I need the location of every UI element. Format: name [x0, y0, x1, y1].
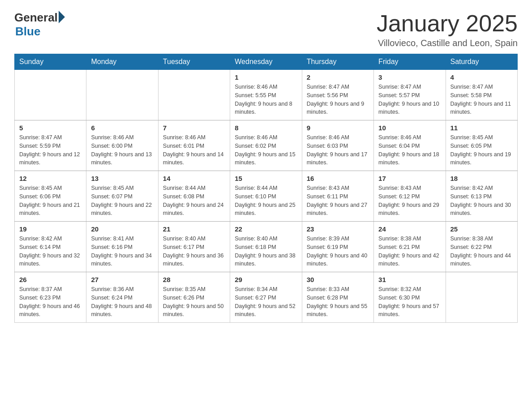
day-number: 17: [378, 175, 441, 182]
table-row: 6Sunrise: 8:46 AM Sunset: 6:00 PM Daylig…: [86, 120, 158, 171]
table-row: 12Sunrise: 8:45 AM Sunset: 6:06 PM Dayli…: [15, 171, 86, 222]
day-info: Sunrise: 8:45 AM Sunset: 6:06 PM Dayligh…: [19, 184, 82, 218]
day-info: Sunrise: 8:32 AM Sunset: 6:30 PM Dayligh…: [378, 285, 441, 319]
table-row: 11Sunrise: 8:45 AM Sunset: 6:05 PM Dayli…: [446, 120, 517, 171]
day-number: 8: [235, 124, 297, 132]
table-row: 18Sunrise: 8:42 AM Sunset: 6:13 PM Dayli…: [446, 171, 517, 222]
logo-general-text: General: [14, 11, 58, 25]
day-number: 13: [91, 175, 153, 182]
table-row: 1Sunrise: 8:46 AM Sunset: 5:55 PM Daylig…: [230, 70, 302, 120]
day-info: Sunrise: 8:42 AM Sunset: 6:14 PM Dayligh…: [19, 235, 82, 268]
table-row: 23Sunrise: 8:39 AM Sunset: 6:19 PM Dayli…: [302, 222, 373, 272]
day-number: 3: [378, 73, 441, 81]
day-number: 16: [307, 175, 369, 182]
day-number: 19: [19, 225, 82, 233]
day-info: Sunrise: 8:39 AM Sunset: 6:19 PM Dayligh…: [307, 235, 369, 268]
day-info: Sunrise: 8:38 AM Sunset: 6:22 PM Dayligh…: [450, 235, 513, 268]
table-row: 7Sunrise: 8:46 AM Sunset: 6:01 PM Daylig…: [158, 120, 230, 171]
table-row: 5Sunrise: 8:47 AM Sunset: 5:59 PM Daylig…: [15, 120, 86, 171]
day-info: Sunrise: 8:43 AM Sunset: 6:12 PM Dayligh…: [378, 184, 441, 218]
day-number: 28: [163, 276, 225, 283]
day-number: 18: [450, 175, 513, 182]
table-row: 4Sunrise: 8:47 AM Sunset: 5:58 PM Daylig…: [446, 70, 517, 120]
col-sunday: Sunday: [15, 54, 86, 70]
day-info: Sunrise: 8:36 AM Sunset: 6:24 PM Dayligh…: [91, 285, 153, 319]
day-number: 6: [91, 124, 153, 132]
col-tuesday: Tuesday: [158, 54, 230, 70]
day-info: Sunrise: 8:46 AM Sunset: 5:55 PM Dayligh…: [235, 83, 297, 116]
table-row: 26Sunrise: 8:37 AM Sunset: 6:23 PM Dayli…: [15, 272, 86, 323]
table-row: [15, 70, 86, 120]
table-row: 8Sunrise: 8:46 AM Sunset: 6:02 PM Daylig…: [230, 120, 302, 171]
day-info: Sunrise: 8:44 AM Sunset: 6:08 PM Dayligh…: [163, 184, 225, 218]
day-number: 2: [307, 73, 369, 81]
day-number: 30: [307, 276, 369, 283]
table-row: 30Sunrise: 8:33 AM Sunset: 6:28 PM Dayli…: [302, 272, 373, 323]
day-info: Sunrise: 8:47 AM Sunset: 5:57 PM Dayligh…: [378, 83, 441, 116]
day-number: 15: [235, 175, 297, 182]
table-row: 16Sunrise: 8:43 AM Sunset: 6:11 PM Dayli…: [302, 171, 373, 222]
day-info: Sunrise: 8:40 AM Sunset: 6:17 PM Dayligh…: [163, 235, 225, 268]
table-row: 25Sunrise: 8:38 AM Sunset: 6:22 PM Dayli…: [446, 222, 517, 272]
table-row: 22Sunrise: 8:40 AM Sunset: 6:18 PM Dayli…: [230, 222, 302, 272]
day-number: 11: [450, 124, 513, 132]
day-number: 26: [19, 276, 82, 283]
day-number: 29: [235, 276, 297, 283]
location-subtitle: Villovieco, Castille and Leon, Spain: [377, 38, 518, 48]
day-number: 1: [235, 73, 297, 81]
day-number: 25: [450, 225, 513, 233]
calendar-week-row: 5Sunrise: 8:47 AM Sunset: 5:59 PM Daylig…: [15, 120, 518, 171]
day-number: 9: [307, 124, 369, 132]
day-number: 22: [235, 225, 297, 233]
table-row: [158, 70, 230, 120]
table-row: 31Sunrise: 8:32 AM Sunset: 6:30 PM Dayli…: [374, 272, 446, 323]
table-row: 21Sunrise: 8:40 AM Sunset: 6:17 PM Dayli…: [158, 222, 230, 272]
calendar-week-row: 12Sunrise: 8:45 AM Sunset: 6:06 PM Dayli…: [15, 171, 518, 222]
table-row: 2Sunrise: 8:47 AM Sunset: 5:56 PM Daylig…: [302, 70, 373, 120]
table-row: 14Sunrise: 8:44 AM Sunset: 6:08 PM Dayli…: [158, 171, 230, 222]
day-number: 4: [450, 73, 513, 81]
logo-blue-text: Blue: [15, 25, 40, 39]
day-number: 14: [163, 175, 225, 182]
col-friday: Friday: [374, 54, 446, 70]
day-info: Sunrise: 8:40 AM Sunset: 6:18 PM Dayligh…: [235, 235, 297, 268]
day-info: Sunrise: 8:46 AM Sunset: 6:04 PM Dayligh…: [378, 133, 441, 167]
table-row: 10Sunrise: 8:46 AM Sunset: 6:04 PM Dayli…: [374, 120, 446, 171]
table-row: [446, 272, 517, 323]
table-row: 29Sunrise: 8:34 AM Sunset: 6:27 PM Dayli…: [230, 272, 302, 323]
day-info: Sunrise: 8:47 AM Sunset: 5:58 PM Dayligh…: [450, 83, 513, 116]
logo-triangle-icon: [59, 11, 65, 23]
day-info: Sunrise: 8:34 AM Sunset: 6:27 PM Dayligh…: [235, 285, 297, 319]
day-info: Sunrise: 8:47 AM Sunset: 5:56 PM Dayligh…: [307, 83, 369, 116]
calendar-header-row: Sunday Monday Tuesday Wednesday Thursday…: [15, 54, 518, 70]
day-info: Sunrise: 8:43 AM Sunset: 6:11 PM Dayligh…: [307, 184, 369, 218]
day-number: 12: [19, 175, 82, 182]
day-info: Sunrise: 8:41 AM Sunset: 6:16 PM Dayligh…: [91, 235, 153, 268]
table-row: 3Sunrise: 8:47 AM Sunset: 5:57 PM Daylig…: [374, 70, 446, 120]
day-info: Sunrise: 8:44 AM Sunset: 6:10 PM Dayligh…: [235, 184, 297, 218]
col-monday: Monday: [86, 54, 158, 70]
day-info: Sunrise: 8:46 AM Sunset: 6:03 PM Dayligh…: [307, 133, 369, 167]
day-info: Sunrise: 8:46 AM Sunset: 6:01 PM Dayligh…: [163, 133, 225, 167]
day-number: 27: [91, 276, 153, 283]
table-row: 17Sunrise: 8:43 AM Sunset: 6:12 PM Dayli…: [374, 171, 446, 222]
page-header: General Blue January 2025 Villovieco, Ca…: [14, 11, 518, 48]
calendar-week-row: 19Sunrise: 8:42 AM Sunset: 6:14 PM Dayli…: [15, 222, 518, 272]
day-number: 21: [163, 225, 225, 233]
table-row: 19Sunrise: 8:42 AM Sunset: 6:14 PM Dayli…: [15, 222, 86, 272]
day-info: Sunrise: 8:45 AM Sunset: 6:07 PM Dayligh…: [91, 184, 153, 218]
logo: General Blue: [14, 11, 65, 39]
table-row: 9Sunrise: 8:46 AM Sunset: 6:03 PM Daylig…: [302, 120, 373, 171]
day-info: Sunrise: 8:35 AM Sunset: 6:26 PM Dayligh…: [163, 285, 225, 319]
col-thursday: Thursday: [302, 54, 373, 70]
day-info: Sunrise: 8:46 AM Sunset: 6:00 PM Dayligh…: [91, 133, 153, 167]
day-number: 20: [91, 225, 153, 233]
calendar-week-row: 1Sunrise: 8:46 AM Sunset: 5:55 PM Daylig…: [15, 70, 518, 120]
table-row: 28Sunrise: 8:35 AM Sunset: 6:26 PM Dayli…: [158, 272, 230, 323]
table-row: [86, 70, 158, 120]
day-number: 10: [378, 124, 441, 132]
table-row: 15Sunrise: 8:44 AM Sunset: 6:10 PM Dayli…: [230, 171, 302, 222]
table-row: 24Sunrise: 8:38 AM Sunset: 6:21 PM Dayli…: [374, 222, 446, 272]
day-number: 31: [378, 276, 441, 283]
calendar-week-row: 26Sunrise: 8:37 AM Sunset: 6:23 PM Dayli…: [15, 272, 518, 323]
